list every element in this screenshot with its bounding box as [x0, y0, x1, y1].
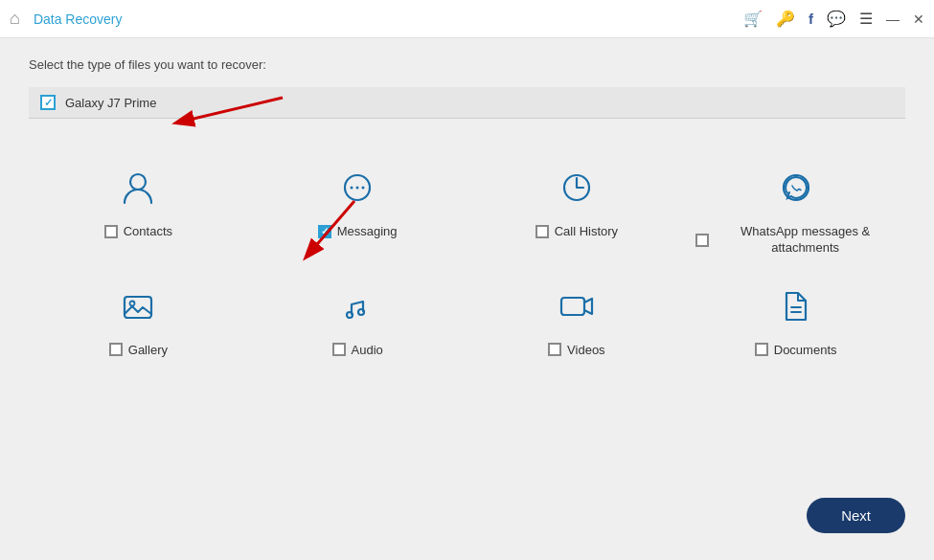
contacts-checkbox[interactable] [104, 225, 118, 238]
titlebar-actions: 🛒 🔑 f 💬 ☰ — ✕ [743, 10, 924, 28]
documents-checkbox[interactable] [755, 343, 768, 356]
messaging-label: Messaging [337, 224, 398, 238]
gallery-checkbox[interactable] [109, 343, 123, 356]
videos-icon [556, 285, 598, 333]
svg-rect-11 [561, 298, 584, 315]
call-history-row: Call History [535, 224, 618, 238]
messaging-icon [336, 167, 378, 214]
call-history-icon [556, 167, 598, 214]
titlebar: ⌂ Data Recovery 🛒 🔑 f 💬 ☰ — ✕ [0, 0, 934, 38]
main-area: Select the type of files you want to rec… [0, 38, 934, 560]
contacts-row: Contacts [104, 224, 172, 238]
filetype-documents: Documents [686, 266, 905, 367]
cart-icon[interactable]: 🛒 [743, 10, 763, 28]
videos-row: Videos [548, 343, 605, 357]
device-row: Galaxy J7 Prime [29, 87, 905, 119]
messaging-checkbox[interactable] [318, 225, 331, 238]
filetype-videos: Videos [467, 266, 687, 367]
call-history-checkbox[interactable] [535, 225, 549, 238]
documents-icon [775, 285, 817, 333]
videos-checkbox[interactable] [548, 343, 561, 356]
svg-point-3 [356, 187, 359, 190]
svg-point-10 [358, 309, 364, 315]
filetype-contacts: Contacts [29, 147, 248, 266]
videos-label: Videos [567, 343, 605, 357]
filetype-audio: Audio [248, 266, 467, 367]
close-icon[interactable]: ✕ [913, 11, 924, 27]
audio-row: Audio [332, 343, 383, 357]
svg-point-2 [351, 187, 353, 190]
gallery-icon [117, 285, 159, 333]
filetype-call-history: Call History [467, 147, 687, 266]
filetype-messaging: Messaging [248, 147, 467, 266]
facebook-icon[interactable]: f [809, 11, 813, 27]
filetypes-grid: Contacts Messaging [29, 128, 905, 386]
audio-label: Audio [352, 343, 383, 357]
svg-point-4 [362, 187, 365, 190]
documents-label: Documents [774, 343, 837, 357]
key-icon[interactable]: 🔑 [776, 10, 795, 28]
app-title: Data Recovery [34, 11, 743, 27]
svg-point-0 [130, 174, 146, 190]
whatsapp-icon [775, 167, 817, 214]
gallery-label: Gallery [128, 343, 168, 357]
contacts-icon [117, 167, 159, 214]
contacts-label: Contacts [124, 224, 172, 238]
whatsapp-row: WhatsApp messages & attachments [695, 224, 896, 257]
device-name: Galaxy J7 Prime [65, 96, 156, 110]
home-icon[interactable]: ⌂ [10, 9, 20, 29]
device-checkbox[interactable] [40, 95, 56, 110]
instruction-text: Select the type of files you want to rec… [29, 57, 905, 72]
gallery-row: Gallery [109, 343, 168, 357]
chat-icon[interactable]: 💬 [827, 10, 846, 28]
filetype-gallery: Gallery [29, 266, 248, 367]
svg-point-8 [130, 301, 135, 305]
call-history-label: Call History [555, 224, 618, 238]
whatsapp-label: WhatsApp messages & attachments [715, 224, 896, 257]
svg-point-9 [347, 312, 353, 318]
audio-icon [336, 285, 378, 333]
menu-icon[interactable]: ☰ [859, 10, 873, 28]
minimize-icon[interactable]: — [886, 11, 900, 27]
messaging-row: Messaging [318, 224, 398, 238]
filetype-whatsapp: WhatsApp messages & attachments [686, 147, 905, 266]
documents-row: Documents [755, 343, 837, 357]
whatsapp-checkbox[interactable] [695, 234, 709, 247]
next-button[interactable]: Next [807, 498, 905, 533]
svg-rect-7 [125, 297, 151, 318]
audio-checkbox[interactable] [332, 343, 346, 356]
